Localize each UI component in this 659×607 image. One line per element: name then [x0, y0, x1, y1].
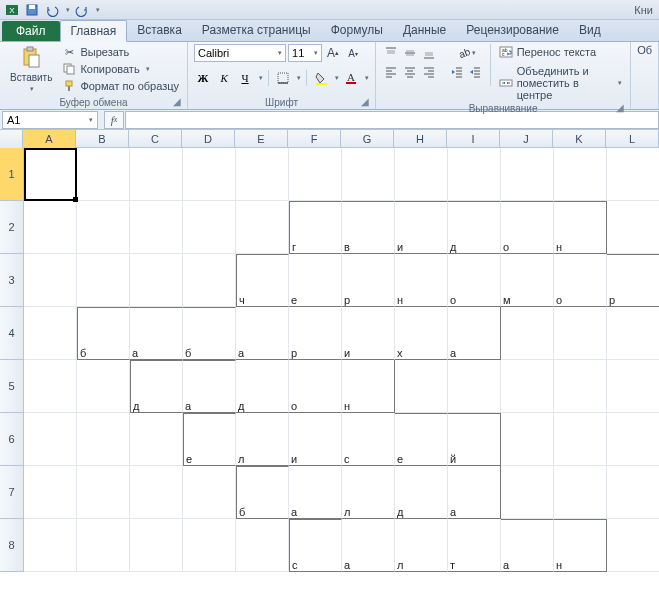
underline-dropdown[interactable]: ▾: [259, 74, 263, 82]
tab-формулы[interactable]: Формулы: [321, 20, 393, 41]
cell[interactable]: [501, 413, 554, 466]
cell[interactable]: й: [448, 413, 501, 466]
cell[interactable]: [130, 148, 183, 201]
cell[interactable]: [554, 466, 607, 519]
cell[interactable]: [130, 201, 183, 254]
column-header[interactable]: L: [606, 130, 659, 148]
align-top-icon[interactable]: [382, 44, 400, 62]
cell[interactable]: [501, 307, 554, 360]
cell[interactable]: [183, 519, 236, 572]
cell[interactable]: [130, 254, 183, 307]
cell[interactable]: с: [342, 413, 395, 466]
cell[interactable]: [24, 307, 77, 360]
column-header[interactable]: D: [182, 130, 235, 148]
cell[interactable]: е: [395, 413, 448, 466]
cell[interactable]: а: [183, 360, 236, 413]
column-header[interactable]: H: [394, 130, 447, 148]
cell[interactable]: [554, 307, 607, 360]
decrease-indent-icon[interactable]: [448, 63, 466, 81]
cell[interactable]: [236, 201, 289, 254]
align-center-icon[interactable]: [401, 63, 419, 81]
cell[interactable]: ч: [236, 254, 289, 307]
cell[interactable]: [130, 413, 183, 466]
paste-button[interactable]: Вставить ▾: [6, 44, 56, 95]
cell[interactable]: [130, 466, 183, 519]
undo-dropdown[interactable]: ▾: [66, 6, 70, 14]
cell[interactable]: б: [236, 466, 289, 519]
cell[interactable]: [24, 466, 77, 519]
tab-file[interactable]: Файл: [2, 21, 60, 41]
cell[interactable]: л: [395, 519, 448, 572]
insert-function-button[interactable]: fx: [104, 111, 124, 129]
undo-icon[interactable]: [44, 2, 60, 18]
format-painter-button[interactable]: Формат по образцу: [60, 78, 181, 94]
tab-вставка[interactable]: Вставка: [127, 20, 192, 41]
cell[interactable]: и: [395, 201, 448, 254]
cell[interactable]: о: [501, 201, 554, 254]
column-header[interactable]: J: [500, 130, 553, 148]
merge-center-button[interactable]: Объединить и поместить в центре ▾: [497, 64, 625, 102]
cell[interactable]: р: [607, 254, 659, 307]
cell[interactable]: о: [554, 254, 607, 307]
cell[interactable]: о: [448, 254, 501, 307]
select-all-corner[interactable]: [0, 130, 23, 148]
cell[interactable]: [395, 148, 448, 201]
cell[interactable]: [289, 148, 342, 201]
redo-icon[interactable]: [74, 2, 90, 18]
row-header[interactable]: 6: [0, 413, 24, 466]
cell[interactable]: д: [236, 360, 289, 413]
increase-indent-icon[interactable]: [466, 63, 484, 81]
underline-button[interactable]: Ч: [236, 69, 254, 87]
cell[interactable]: [24, 360, 77, 413]
cell[interactable]: д: [130, 360, 183, 413]
cell[interactable]: [77, 201, 130, 254]
cell[interactable]: [501, 148, 554, 201]
cell[interactable]: а: [342, 519, 395, 572]
copy-button[interactable]: Копировать ▾: [60, 61, 181, 77]
cell[interactable]: е: [183, 413, 236, 466]
cell[interactable]: [448, 360, 501, 413]
cell[interactable]: [554, 413, 607, 466]
cell[interactable]: [77, 466, 130, 519]
cell[interactable]: [24, 254, 77, 307]
cell[interactable]: [395, 360, 448, 413]
column-header[interactable]: K: [553, 130, 606, 148]
cell[interactable]: [77, 519, 130, 572]
alignment-dialog-launcher[interactable]: ◢: [614, 102, 626, 114]
cut-button[interactable]: ✂ Вырезать: [60, 44, 181, 60]
tab-данные[interactable]: Данные: [393, 20, 456, 41]
align-middle-icon[interactable]: [401, 44, 419, 62]
cell[interactable]: т: [448, 519, 501, 572]
row-header[interactable]: 2: [0, 201, 24, 254]
cell[interactable]: [448, 148, 501, 201]
row-header[interactable]: 7: [0, 466, 24, 519]
cell[interactable]: [607, 201, 659, 254]
cell[interactable]: в: [342, 201, 395, 254]
wrap-text-button[interactable]: abc Перенос текста: [497, 44, 625, 60]
cell[interactable]: [607, 307, 659, 360]
qat-customize-dropdown[interactable]: ▾: [96, 6, 100, 14]
cell[interactable]: [607, 519, 659, 572]
tab-вид[interactable]: Вид: [569, 20, 611, 41]
cell[interactable]: [183, 466, 236, 519]
fill-color-dropdown[interactable]: ▾: [335, 74, 339, 82]
cell[interactable]: [501, 466, 554, 519]
cell[interactable]: [554, 360, 607, 413]
orientation-button[interactable]: ab ▾: [448, 44, 484, 62]
borders-dropdown[interactable]: ▾: [297, 74, 301, 82]
name-box[interactable]: A1 ▾: [2, 111, 98, 129]
save-icon[interactable]: [24, 2, 40, 18]
cell[interactable]: а: [289, 466, 342, 519]
font-name-selector[interactable]: Calibri▾: [194, 44, 286, 62]
font-size-selector[interactable]: 11▾: [288, 44, 322, 62]
cell[interactable]: н: [554, 519, 607, 572]
font-color-button[interactable]: A: [342, 69, 360, 87]
cell[interactable]: е: [289, 254, 342, 307]
cell[interactable]: б: [183, 307, 236, 360]
tab-рецензирование[interactable]: Рецензирование: [456, 20, 569, 41]
cell[interactable]: [24, 201, 77, 254]
cells-area[interactable]: гвидончерноморбабарихададонелисейбалдаса…: [24, 148, 659, 572]
cell[interactable]: [130, 519, 183, 572]
font-color-dropdown[interactable]: ▾: [365, 74, 369, 82]
cell[interactable]: [236, 519, 289, 572]
